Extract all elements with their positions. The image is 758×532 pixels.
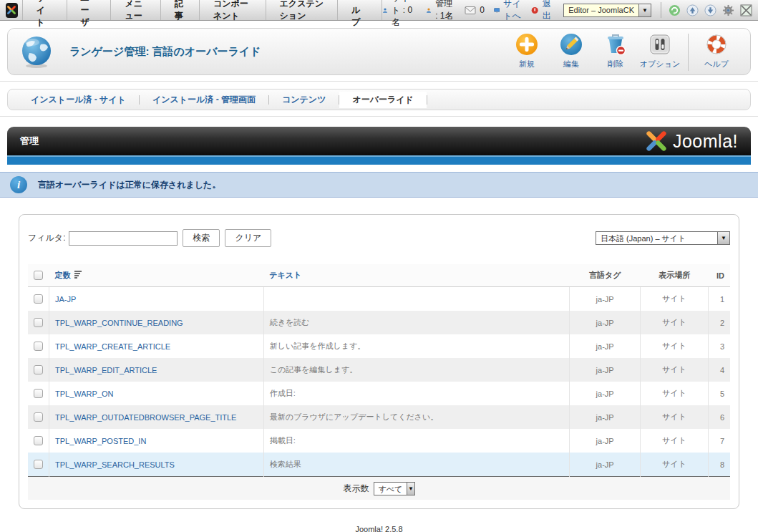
page-title: ランゲージ管理: 言語のオーバーライド [69,45,261,59]
admin-bar-title: 管理 [20,135,39,147]
logout-icon [531,5,538,16]
sort-by-text[interactable]: テキスト [269,271,301,279]
menu-site[interactable]: サイト [22,0,67,20]
override-link[interactable]: TPL_WARP_EDIT_ARTICLE [55,366,157,374]
editor-select[interactable]: Editor – JoomlaCK ▼ [563,4,651,17]
menu-users[interactable]: ユーザ [67,0,112,20]
up-arrow-icon[interactable] [686,4,699,16]
lang-tag: ja-JP [570,405,641,429]
table-row: JA-JP ja-JP サイト 1 [28,287,730,311]
options-button[interactable]: オプション [638,32,682,69]
new-button[interactable]: 新規 [505,32,549,69]
refresh-icon[interactable] [669,4,681,16]
delete-icon [603,32,628,57]
tab-separator [427,95,427,105]
override-text: 作成日: [263,382,570,405]
override-text: 掲載日: [263,429,570,453]
tab-content[interactable]: コンテンツ [269,92,339,108]
override-link[interactable]: TPL_WARP_CREATE_ARTICLE [55,342,170,351]
language-globe-icon [19,34,54,69]
help-button[interactable]: ヘルプ [694,32,739,69]
lang-tag: ja-JP [570,334,641,358]
subnav-tabs: インストール済 - サイト インストール済 - 管理画面 コンテンツ オーバーラ… [7,89,751,110]
view-site-link[interactable]: サイトへ [494,0,522,22]
row-id: 1 [709,287,730,311]
location: サイト [640,311,709,334]
row-checkbox[interactable] [34,342,43,351]
display-count-select[interactable]: すべて ▼ [374,482,415,495]
row-checkbox[interactable] [34,389,43,398]
menu-menus[interactable]: メニュー [111,0,161,20]
edit-button[interactable]: 編集 [549,32,593,69]
menu-components[interactable]: コンポーネント [200,0,266,20]
override-link[interactable]: TPL_WARP_POSTED_IN [55,437,146,445]
lang-tag: ja-JP [570,287,641,311]
row-id: 4 [709,358,730,382]
logout-link[interactable]: 退出 [531,0,554,22]
down-arrow-icon[interactable] [704,4,716,16]
language-select[interactable]: 日本語 (Japan) – サイト ▼ [596,231,730,245]
override-link[interactable]: TPL_WARP_ON [55,390,114,398]
info-icon: i [10,176,27,193]
lang-tag: ja-JP [570,311,641,334]
override-text [263,287,570,311]
divider [0,116,758,117]
select-arrow-icon: ▼ [638,4,651,16]
sort-by-constant[interactable]: 定数 [55,271,71,279]
select-all-checkbox[interactable] [34,271,43,280]
menu-extensions[interactable]: エクステンション [266,0,338,20]
row-checkbox[interactable] [34,460,43,469]
clear-button[interactable]: クリア [225,229,271,247]
display-count-label: 表示数 [344,483,369,495]
toolbar: 新規 編集 [505,32,739,71]
options-icon [648,32,672,57]
delete-button[interactable]: 削除 [593,32,638,69]
joomla-brand-text: Joomla! [673,131,738,152]
blue-stripe [7,155,751,165]
row-id: 8 [709,453,730,477]
override-text: 新しい記事を作成します。 [263,334,570,358]
sort-icon [74,271,82,279]
toolbar-separator [688,34,689,71]
gear-icon[interactable] [722,4,734,16]
admin-template-header: 管理 Joomla! [7,127,751,165]
close-icon[interactable] [740,4,752,16]
row-checkbox[interactable] [34,365,43,374]
override-link[interactable]: TPL_WARP_CONTINUE_READING [55,319,183,327]
row-checkbox[interactable] [34,318,43,327]
divider [0,81,758,82]
location: サイト [640,429,709,453]
pagination-bar: 表示数 すべて ▼ [28,477,730,500]
menu-help[interactable]: ヘルプ [338,0,382,20]
new-icon [515,32,539,57]
location: サイト [640,453,709,477]
overrides-table: 定数 テキスト 言語タグ 表示場所 ID JA-JP ja-JP サイト 1 T… [28,264,730,477]
table-row: TPL_WARP_OUTDATEDBROWSER_PAGE_TITLE 最新のブ… [28,405,730,429]
location: サイト [640,334,709,358]
override-link[interactable]: TPL_WARP_SEARCH_RESULTS [55,460,175,469]
row-checkbox[interactable] [34,436,43,445]
row-checkbox[interactable] [34,294,43,304]
filter-input[interactable] [69,231,178,246]
menu-content[interactable]: 記事 [161,0,200,20]
row-id: 3 [709,334,730,358]
edit-icon [559,32,583,57]
tab-installed-site[interactable]: インストール済 - サイト [18,92,139,108]
joomla-logo-icon [6,3,18,18]
lang-tag: ja-JP [570,453,641,477]
monitor-icon [494,6,500,15]
table-row-highlighted: TPL_WARP_SEARCH_RESULTS 検索結果 ja-JP サイト 8 [28,453,730,477]
search-button[interactable]: 検索 [183,229,220,247]
admin-users-status: 管理 : 1名 [426,0,455,22]
table-row: TPL_WARP_POSTED_IN 掲載日: ja-JP サイト 7 [28,429,730,453]
override-link[interactable]: TPL_WARP_OUTDATEDBROWSER_PAGE_TITLE [55,413,236,422]
lang-tag: ja-JP [570,429,641,453]
admin-menubar: サイト ユーザ メニュー 記事 コンポーネント エクステンション ヘルプ サイト… [0,0,758,21]
tab-installed-admin[interactable]: インストール済 - 管理画面 [140,92,268,108]
private-messages[interactable]: 0 [465,5,485,15]
override-link[interactable]: JA-JP [55,295,76,304]
select-arrow-icon: ▼ [717,232,729,244]
tab-overrides[interactable]: オーバーライド [339,92,426,108]
table-header-row: 定数 テキスト 言語タグ 表示場所 ID [28,264,730,287]
row-checkbox[interactable] [34,412,43,422]
